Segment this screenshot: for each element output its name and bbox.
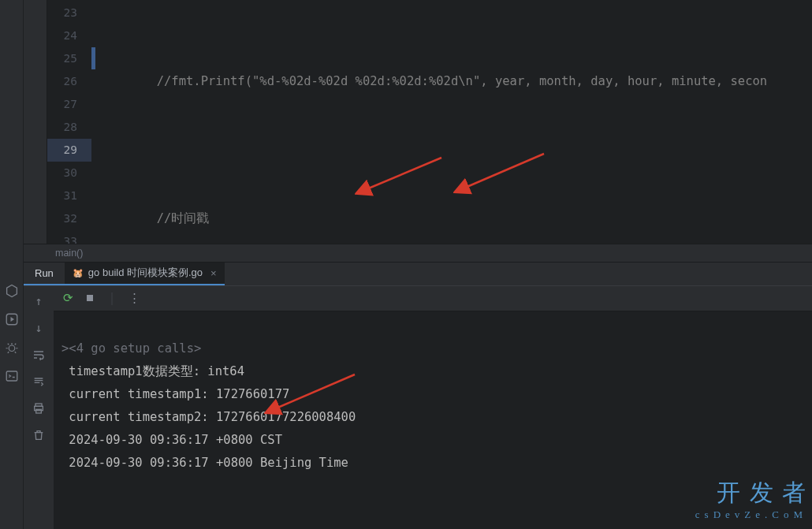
run-body: ↑ ↓ ⟳ | ⋮ ><4 go setup calls> timestamp1…: [24, 286, 812, 530]
breadcrumb[interactable]: main(): [24, 244, 812, 263]
stop-icon[interactable]: [84, 292, 96, 304]
run-config-tab[interactable]: 🐹 go build 时间模块案例.go ×: [65, 263, 225, 285]
soft-wrap-icon[interactable]: [32, 348, 46, 362]
up-icon[interactable]: ↑: [32, 294, 46, 308]
run-toolbar-left: ↑ ↓: [24, 286, 54, 530]
fold-rail: › ›: [24, 0, 47, 266]
line-number: 32: [47, 207, 77, 230]
code-line: //时间戳: [95, 207, 812, 230]
svg-point-1: [9, 345, 15, 352]
line-number: 30: [47, 162, 77, 184]
line-number: 28: [47, 116, 77, 139]
divider: |: [106, 292, 118, 304]
trash-icon[interactable]: [32, 428, 46, 442]
down-icon[interactable]: ↓: [32, 321, 46, 335]
svg-rect-2: [6, 371, 17, 381]
line-number: 26: [47, 70, 77, 93]
console-wrap: ⟳ | ⋮ ><4 go setup calls> timestamp1数据类型…: [54, 286, 812, 530]
line-number: 27: [47, 93, 77, 116]
code-line: //fmt.Printf("%d-%02d-%02d %02d:%02d:%02…: [95, 70, 812, 93]
left-tool-rail: [0, 0, 24, 529]
change-marker: [91, 47, 95, 69]
editor: › › 23 24 25 26 27 28 29 30 31 32 33 34 …: [24, 0, 812, 244]
code-line: [95, 139, 812, 162]
debug-rail-icon[interactable]: [5, 341, 19, 355]
print-icon[interactable]: [32, 401, 46, 415]
console-output[interactable]: ><4 go setup calls> timestamp1数据类型: int6…: [54, 311, 812, 530]
code-column: › › 23 24 25 26 27 28 29 30 31 32 33 34 …: [24, 0, 812, 529]
line-number: 25: [47, 47, 77, 70]
line-number: 31: [47, 184, 77, 207]
line-number: 23: [47, 2, 77, 24]
run-header: Run 🐹 go build 时间模块案例.go ×: [24, 263, 812, 286]
scroll-to-end-icon[interactable]: [32, 374, 46, 389]
app-root: › › 23 24 25 26 27 28 29 30 31 32 33 34 …: [0, 0, 812, 529]
line-number: 24: [47, 24, 77, 47]
code-area[interactable]: //fmt.Printf("%d-%02d-%02d %02d:%02d:%02…: [91, 0, 812, 244]
run-tab[interactable]: Run: [24, 263, 65, 285]
terminal-rail-icon[interactable]: [5, 369, 19, 383]
run-config-label: go build 时间模块案例.go: [88, 266, 203, 280]
go-icon: 🐹: [73, 267, 84, 278]
line-number-current: 29: [47, 139, 91, 162]
svg-rect-6: [87, 295, 93, 301]
hexagon-icon[interactable]: [5, 284, 19, 298]
rerun-icon[interactable]: ⟳: [61, 292, 74, 304]
more-icon[interactable]: ⋮: [128, 292, 140, 304]
line-number-gutter: 23 24 25 26 27 28 29 30 31 32 33 34 35: [47, 0, 91, 244]
console-toolbar: ⟳ | ⋮: [54, 286, 812, 311]
run-rail-icon[interactable]: [5, 312, 19, 326]
close-icon[interactable]: ×: [210, 267, 217, 279]
